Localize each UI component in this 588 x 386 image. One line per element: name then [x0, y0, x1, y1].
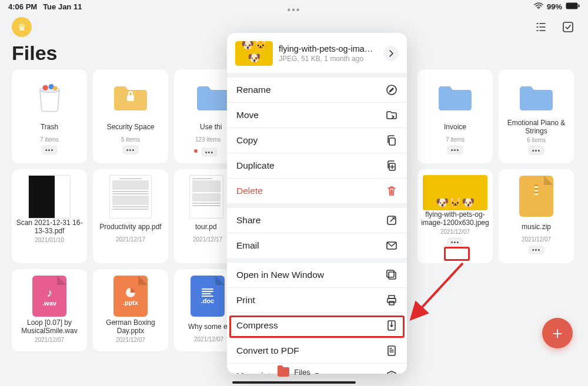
tile-label: Emotional Piano & Strings — [502, 119, 570, 136]
tile-label: Security Space — [107, 119, 155, 135]
svg-rect-22 — [388, 346, 395, 355]
window-icon — [386, 269, 397, 281]
tile-subtitle: 2021/12/07 — [35, 337, 64, 343]
tile-trash[interactable]: Trash 7 items ••• — [12, 69, 87, 163]
tile-subtitle: 2021/12/07 — [116, 337, 145, 343]
notification-dot-icon — [194, 149, 198, 153]
file-thumbnail — [28, 175, 71, 219]
folder-icon — [516, 79, 557, 114]
battery-percent: 99% — [547, 2, 562, 11]
context-menu: flying-with-pets-og-image... JPEG, 51 KB… — [227, 33, 407, 374]
home-indicator[interactable] — [232, 381, 356, 384]
tile-more-button[interactable]: ••• — [447, 237, 463, 247]
tile-subtitle: 5 items — [121, 136, 140, 143]
tile-subtitle: 2021/01/10 — [35, 237, 64, 243]
tile-label: Productivity app.pdf — [99, 219, 161, 235]
edit-icon — [386, 84, 397, 96]
trash-icon — [386, 185, 397, 197]
svg-point-7 — [53, 86, 57, 90]
battery-icon — [566, 2, 580, 11]
menu-email[interactable]: Email — [227, 233, 407, 258]
svg-rect-3 — [563, 22, 573, 32]
tile-more-button[interactable]: ••• — [528, 245, 544, 254]
menu-move[interactable]: Move — [227, 102, 407, 127]
tile-label: flying-with-pets-og-image-1200x630.jpeg — [421, 210, 489, 227]
tile-label: music.zip — [522, 219, 551, 235]
tile-security-space[interactable]: Security Space 5 items ••• — [93, 69, 168, 163]
tile-german-boxing-pptx[interactable]: .pptx German Boxing Day.pptx 2021/12/07 — [93, 269, 168, 351]
svg-rect-17 — [387, 270, 394, 277]
tile-label: Invoice — [444, 119, 466, 135]
status-date: Tue Jan 11 — [43, 2, 82, 11]
menu-compress[interactable]: Compress — [227, 313, 407, 338]
tile-label: Scan 2021-12-31 16-13-33.pdf — [15, 219, 83, 236]
duplicate-icon — [386, 160, 397, 172]
tile-subtitle: 2021/12/07 — [440, 229, 470, 235]
tile-invoice[interactable]: Invoice 7 items ••• — [417, 69, 493, 163]
pdf-icon — [386, 345, 397, 357]
tile-more-button[interactable]: ••• — [447, 145, 463, 155]
svg-rect-12 — [389, 138, 395, 145]
svg-rect-19 — [387, 298, 396, 303]
file-thumbnail — [109, 175, 152, 219]
email-icon — [386, 240, 397, 251]
tile-subtitle: 2021/12/07 — [522, 236, 551, 243]
copy-icon — [386, 135, 397, 146]
trash-icon — [29, 79, 70, 114]
select-button[interactable] — [560, 19, 576, 35]
folder-arrow-icon — [386, 109, 397, 121]
svg-rect-1 — [566, 3, 578, 9]
tile-more-button[interactable]: ••• — [201, 147, 218, 157]
menu-thumbnail — [235, 41, 273, 66]
tile-emotional-piano[interactable]: Emotional Piano & Strings 6 items ••• — [499, 69, 574, 163]
tile-subtitle: 7 items — [40, 136, 59, 143]
tile-subtitle: 7 items — [446, 136, 465, 143]
add-button[interactable]: ＋ — [542, 318, 573, 348]
pptx-icon: .pptx — [110, 278, 151, 314]
print-icon — [386, 294, 397, 306]
tile-music-zip[interactable]: music.zip 2021/12/07 ••• — [499, 169, 574, 263]
tile-more-button[interactable]: ••• — [122, 145, 139, 155]
menu-duplicate[interactable]: Duplicate — [227, 153, 407, 178]
tile-more-button[interactable]: ••• — [41, 145, 58, 155]
svg-rect-20 — [389, 301, 394, 305]
menu-print[interactable]: Print — [227, 287, 407, 313]
tile-label: Use thi — [200, 119, 222, 135]
tile-subtitle: 2021/12/17 — [193, 236, 222, 243]
tile-subtitle: 123 items — [195, 136, 220, 143]
menu-rename[interactable]: Rename — [227, 78, 407, 102]
wav-icon: ♪.wav — [29, 278, 70, 314]
chevron-right-icon[interactable] — [383, 46, 399, 61]
tile-subtitle: 2021/12/17 — [116, 236, 145, 243]
folder-icon — [435, 79, 476, 114]
svg-rect-2 — [579, 5, 580, 8]
menu-header[interactable]: flying-with-pets-og-image... JPEG, 51 KB… — [227, 33, 407, 73]
menu-open-new-window[interactable]: Open in New Window — [227, 263, 407, 287]
file-thumbnail — [423, 175, 487, 210]
tile-loop-wav[interactable]: ♪.wav Loop [0.07] by MusicalSmile.wav 20… — [12, 269, 87, 351]
menu-file-subtitle: JPEG, 51 KB, 1 month ago — [279, 55, 377, 63]
menu-delete[interactable]: Delete — [227, 178, 407, 203]
premium-crown-button[interactable]: ♛ — [12, 17, 32, 37]
tile-subtitle: 2021/12/07 — [194, 336, 223, 343]
tile-more-button[interactable]: ••• — [528, 146, 544, 155]
file-thumbnail — [189, 175, 223, 219]
multitask-dots-icon[interactable]: ••• — [288, 5, 301, 15]
folder-lock-icon — [110, 79, 151, 114]
zip-icon — [516, 179, 557, 214]
compress-icon — [386, 320, 397, 331]
menu-convert-pdf[interactable]: Convert to PDF — [227, 338, 407, 363]
tile-label: German Boxing Day.pptx — [96, 318, 165, 335]
svg-rect-16 — [389, 272, 396, 279]
menu-copy[interactable]: Copy — [227, 127, 407, 153]
crown-icon: ♛ — [18, 22, 26, 33]
tile-scan-pdf[interactable]: Scan 2021-12-31 16-13-33.pdf 2021/01/10 — [12, 169, 87, 263]
tile-label: Loop [0.07] by MusicalSmile.wav — [15, 318, 83, 335]
bottom-tab-bar[interactable]: Files — [0, 367, 588, 377]
tile-productivity-pdf[interactable]: Productivity app.pdf 2021/12/17 — [93, 169, 168, 263]
tile-flying-pets[interactable]: flying-with-pets-og-image-1200x630.jpeg … — [417, 169, 493, 263]
folder-icon — [278, 367, 289, 377]
menu-share[interactable]: Share — [227, 208, 407, 233]
list-view-button[interactable] — [533, 19, 549, 35]
svg-rect-8 — [127, 95, 134, 101]
